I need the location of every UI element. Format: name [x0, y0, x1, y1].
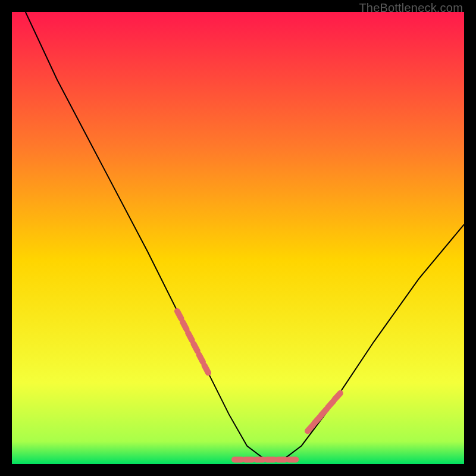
- gradient-background: [12, 12, 464, 464]
- marker-dash: [286, 456, 299, 462]
- bottleneck-chart: [12, 12, 464, 464]
- watermark-text: TheBottleneck.com: [359, 1, 463, 15]
- chart-frame: [12, 12, 464, 464]
